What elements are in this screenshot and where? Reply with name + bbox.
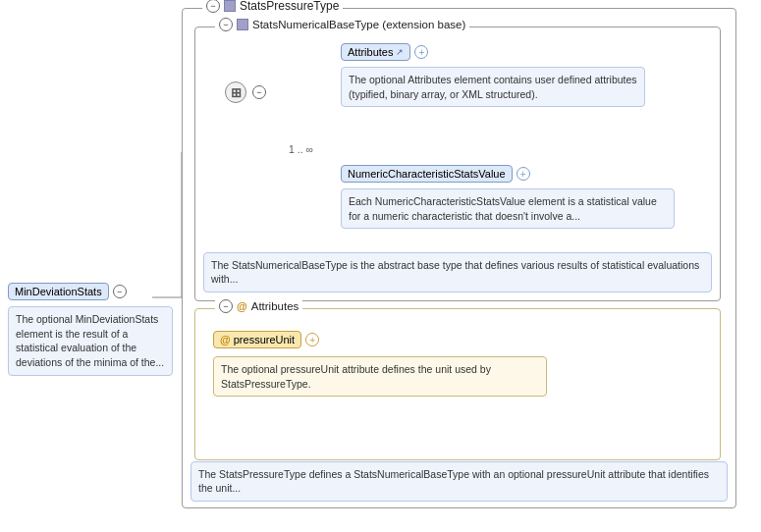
- attributes-section-label: Attributes: [251, 300, 299, 312]
- pressure-unit-pill[interactable]: @ pressureUnit: [213, 331, 301, 348]
- min-deviation-node-row: MinDeviationStats −: [8, 283, 173, 300]
- pressure-unit-area: @ pressureUnit + The optional pressureUn…: [213, 331, 547, 397]
- min-deviation-collapse[interactable]: −: [113, 285, 127, 298]
- attrs-collapse-button[interactable]: −: [219, 299, 233, 313]
- attributes-node-area: Attributes ↗ + The optional Attributes e…: [341, 43, 645, 107]
- min-deviation-area: MinDeviationStats − The optional MinDevi…: [8, 283, 173, 376]
- inner-box-title: − StatsNumericalBaseType (extension base…: [215, 18, 469, 31]
- at-icon: @: [237, 300, 247, 312]
- attributes-section-header: − @ Attributes: [215, 299, 302, 313]
- numeric-plus[interactable]: +: [516, 167, 530, 181]
- pressure-unit-desc-box: The optional pressureUnit attribute defi…: [213, 356, 547, 397]
- type-icon: [224, 0, 236, 12]
- attributes-pill[interactable]: Attributes ↗: [341, 43, 410, 61]
- compositor-area: ⊞ −: [225, 81, 266, 103]
- inner-box: − StatsNumericalBaseType (extension base…: [194, 27, 721, 301]
- attributes-desc-box: The optional Attributes element contains…: [341, 67, 645, 107]
- numeric-pill[interactable]: NumericCharacteristicStatsValue: [341, 165, 513, 183]
- attributes-label: Attributes: [348, 46, 393, 58]
- min-deviation-desc-text: The optional MinDeviationStats element i…: [16, 313, 164, 368]
- attributes-desc-text: The optional Attributes element contains…: [349, 74, 637, 100]
- numeric-label: NumericCharacteristicStatsValue: [348, 168, 506, 180]
- pressure-unit-label: pressureUnit: [234, 334, 295, 346]
- min-deviation-desc-box: The optional MinDeviationStats element i…: [8, 306, 173, 376]
- multiplicity-label: 1 .. ∞: [289, 143, 313, 155]
- pressure-unit-desc-text: The optional pressureUnit attribute defi…: [221, 363, 491, 390]
- sequence-icon: ⊞: [231, 85, 242, 100]
- attributes-plus[interactable]: +: [414, 45, 428, 59]
- pressure-unit-plus[interactable]: +: [305, 333, 319, 346]
- min-deviation-pill[interactable]: MinDeviationStats: [8, 283, 109, 300]
- pressure-at-icon: @: [220, 334, 231, 346]
- inner-sequence-collapse[interactable]: −: [252, 85, 266, 99]
- numeric-desc-box: Each NumericCharacteristicStatsValue ele…: [341, 188, 675, 229]
- link-icon: ↗: [396, 47, 404, 57]
- inner-desc-text: The StatsNumericalBaseType is the abstra…: [211, 259, 699, 286]
- numeric-node-area: NumericCharacteristicStatsValue + Each N…: [341, 165, 675, 229]
- outer-box-label: StatsPressureType: [240, 0, 339, 13]
- outer-box-title: − StatsPressureType: [202, 0, 343, 13]
- inner-collapse-button[interactable]: −: [219, 18, 233, 31]
- outer-box: − StatsPressureType − StatsNumericalBase…: [182, 8, 736, 508]
- attributes-section: − @ Attributes @ pressureUnit + The opti…: [194, 308, 721, 460]
- outer-collapse-button[interactable]: −: [206, 0, 220, 13]
- diagram-container: − StatsPressureType − StatsNumericalBase…: [0, 0, 761, 532]
- min-deviation-label: MinDeviationStats: [15, 286, 102, 297]
- bottom-desc-box: The StatsPressureType defines a StatsNum…: [190, 461, 728, 502]
- sequence-box: ⊞: [225, 81, 246, 103]
- inner-desc-box: The StatsNumericalBaseType is the abstra…: [203, 252, 712, 293]
- numeric-desc-text: Each NumericCharacteristicStatsValue ele…: [349, 195, 657, 222]
- bottom-desc-text: The StatsPressureType defines a StatsNum…: [198, 468, 709, 495]
- inner-box-label: StatsNumericalBaseType (extension base): [252, 19, 465, 30]
- inner-type-icon: [237, 19, 248, 30]
